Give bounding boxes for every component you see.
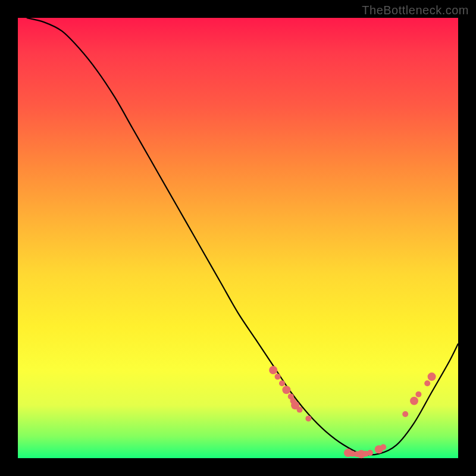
data-marker [380,444,386,450]
data-marker [415,392,421,397]
data-marker [424,380,430,386]
curve-svg [18,18,458,458]
plot-area [18,18,458,458]
data-marker [282,386,290,394]
bottleneck-curve [27,18,458,455]
data-marker [297,407,303,413]
data-marker [305,415,311,421]
data-marker [410,397,418,405]
data-marker [428,372,436,381]
data-markers [269,366,436,458]
watermark-text: TheBottleneck.com [362,4,469,17]
chart-container: { "watermark": "TheBottleneck.com", "cha… [0,0,476,476]
data-marker [367,450,373,456]
data-marker [402,411,408,417]
data-marker [275,374,281,380]
data-marker [279,380,285,386]
data-marker [269,366,277,374]
